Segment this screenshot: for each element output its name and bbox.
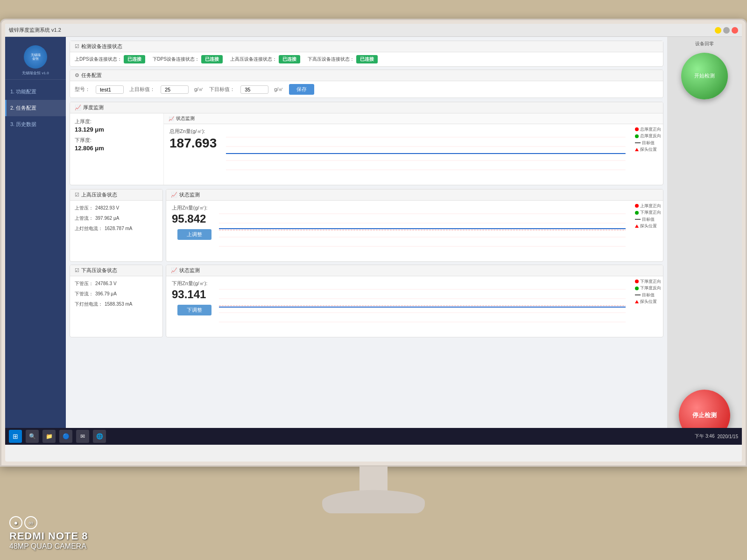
connection-header: ☑ 检测设备连接状态 <box>70 41 663 52</box>
upper-device-icon: ☑ <box>75 192 79 198</box>
lower-lamp-row: 下灯丝电流： 1588.353 mA <box>75 300 158 309</box>
conn-hv-upper: 上高压设备连接状态： 已连接 <box>230 55 300 63</box>
upper-chart: 上厚度正向 下厚度正向 目标值 探头位置 <box>217 201 663 261</box>
phone-brand: REDMI NOTE 8 <box>9 530 88 542</box>
logo-icon: 无锡瑞金恒 <box>24 45 47 69</box>
status-badge-dps-lower: 已连接 <box>201 55 223 63</box>
upper-target-input[interactable] <box>161 85 189 94</box>
logo-area: 无锡瑞金恒 无锡瑞金恒 v1.0 <box>5 42 66 80</box>
camera-circle-2: ∞ <box>24 516 37 529</box>
lower-chart: 下厚度正向 下厚度反向 目标值 探头位置 <box>217 276 663 337</box>
lower-device-status: ☑ 下高压设备状态 下管压： 24786.3 V 下管流： 3 <box>70 265 163 337</box>
minimize-btn[interactable] <box>715 27 721 34</box>
nav-item-1[interactable]: 1. 功能配置 <box>5 84 66 100</box>
app-content: 无锡瑞金恒 无锡瑞金恒 v1.0 1. 功能配置 2. 任务配置 3. 历史数据 <box>5 37 742 445</box>
app-taskbar-icon[interactable]: 🔵 <box>59 430 72 443</box>
lower-device-row: ☑ 下高压设备状态 下管压： 24786.3 V 下管流： 3 <box>70 265 663 337</box>
conn-dps-lower: 下DPS设备连接状态： 已连接 <box>153 55 223 63</box>
lower-voltage-row: 下管压： 24786.3 V <box>75 279 158 288</box>
upper-current-row: 上管流： 397.962 μA <box>75 214 158 223</box>
start-button[interactable]: 开始检测 <box>681 53 728 99</box>
lower-device-header: ☑ 下高压设备状态 <box>70 265 162 276</box>
thickness-chart-header: 📈 状态监测 <box>164 113 663 124</box>
upper-svg <box>219 204 626 256</box>
zn-total-display: 总用Zn量(g/㎡): 187.693 <box>164 124 222 154</box>
logo-text: 无锡瑞金恒 v1.0 <box>9 70 62 76</box>
status-badge-hv-upper: 已连接 <box>279 55 300 63</box>
close-btn[interactable] <box>732 27 738 34</box>
lower-chart-content: 下用Zn量(g/㎡): 93.141 下调整 <box>166 276 663 337</box>
phone-camera-spec: 48MP QUAD CAMERA <box>9 542 88 551</box>
device-label: 设备回零 <box>695 41 714 47</box>
upper-zn-display: 上用Zn量(g/㎡): 95.842 上调整 <box>166 201 217 245</box>
taskbar: ⊞ 🔍 📁 🔵 ✉ 🌐 下午 3:46 2020/1/15 <box>5 428 742 445</box>
nav-item-2[interactable]: 2. 任务配置 <box>5 100 66 116</box>
lower-chart-icon: 📈 <box>171 267 177 273</box>
right-panel: 设备回零 开始检测 停止检测 <box>667 37 742 445</box>
window-title: 镀锌厚度监测系统 v1.2 <box>9 27 61 34</box>
thickness-icon: 📈 <box>75 105 81 111</box>
thickness-chart-area: 📈 状态监测 总用Zn量(g/㎡): 187.693 <box>163 113 663 185</box>
taskbar-time: 下午 3:46 <box>695 433 714 440</box>
thickness-legend: 总厚度正向 总厚度反向 目标值 探头位置 <box>635 126 661 153</box>
connection-section: ☑ 检测设备连接状态 上DPS设备连接状态： 已连接 下DPS设备连接状态： 已… <box>70 41 663 67</box>
upper-adjust-btn[interactable]: 上调整 <box>177 229 211 240</box>
start-menu-btn[interactable]: ⊞ <box>9 430 22 443</box>
upper-chart-content: 上用Zn量(g/㎡): 95.842 上调整 <box>166 201 663 261</box>
thickness-readings: 上厚度: 13.129 μm 下厚度: 12.806 μm <box>70 113 163 185</box>
status-badge-hv-lower: 已连接 <box>356 55 378 63</box>
thickness-svg <box>226 128 626 179</box>
lower-device-content: 下管压： 24786.3 V 下管流： 396.79 μA 下灯丝电流： 158… <box>70 276 162 313</box>
taskbar-right: 下午 3:46 2020/1/15 <box>695 433 738 440</box>
upper-chart-icon: 📈 <box>171 192 177 198</box>
window-controls <box>715 27 738 34</box>
taskbar-date: 2020/1/15 <box>718 434 739 439</box>
connection-icon: ☑ <box>75 43 79 49</box>
monitor-frame: 镀锌厚度监测系统 v1.2 无锡瑞金恒 无锡瑞金恒 v1.0 <box>0 19 747 467</box>
conn-hv-lower: 下高压设备连接状态： 已连接 <box>308 55 378 63</box>
upper-device-row: ☑ 上高压设备状态 上管压： 24822.93 V 上管流： <box>70 189 663 262</box>
upper-legend: 上厚度正向 下厚度正向 目标值 探头位置 <box>635 203 661 230</box>
config-row: 型号： test1 上目标值： g/㎡ 下目标值： g/㎡ 保存 <box>70 81 663 98</box>
upper-voltage-row: 上管压： 24822.93 V <box>75 203 158 213</box>
monitor-screen: 镀锌厚度监测系统 v1.2 无锡瑞金恒 无锡瑞金恒 v1.0 <box>5 24 742 462</box>
lower-legend: 下厚度正向 下厚度反向 目标值 探头位置 <box>635 278 661 305</box>
upper-device-status: ☑ 上高压设备状态 上管压： 24822.93 V 上管流： <box>70 189 163 262</box>
lower-adjust-btn[interactable]: 下调整 <box>177 305 211 315</box>
file-explorer-icon[interactable]: 📁 <box>42 430 56 443</box>
mail-icon[interactable]: ✉ <box>76 430 89 443</box>
thickness-chart-content: 总用Zn量(g/㎡): 187.693 <box>164 124 663 185</box>
upper-device-header: ☑ 上高压设备状态 <box>70 189 162 201</box>
save-button[interactable]: 保存 <box>289 84 314 95</box>
thickness-header: 📈 厚度监测 <box>70 102 663 113</box>
chart-icon: 📈 <box>169 116 174 121</box>
sidebar: 无锡瑞金恒 无锡瑞金恒 v1.0 1. 功能配置 2. 任务配置 3. 历史数据 <box>5 37 66 445</box>
task-config-header: ⚙ 任务配置 <box>70 70 663 81</box>
title-bar: 镀锌厚度监测系统 v1.2 <box>5 24 742 37</box>
browser-icon[interactable]: 🌐 <box>93 430 106 443</box>
lower-current-row: 下管流： 396.79 μA <box>75 289 158 299</box>
thickness-section: 📈 厚度监测 上厚度: 13.129 μm 下厚度: 12.806 μm <box>70 102 663 185</box>
maximize-btn[interactable] <box>723 27 730 34</box>
monitor-stand-base <box>322 490 425 513</box>
connection-row: 上DPS设备连接状态： 已连接 下DPS设备连接状态： 已连接 上高压设备连接状… <box>70 52 663 66</box>
status-badge-dps-upper: 已连接 <box>124 55 145 63</box>
lower-chart-header: 📈 状态监测 <box>166 265 663 276</box>
search-taskbar-icon[interactable]: 🔍 <box>26 430 39 443</box>
config-id-value: test1 <box>96 85 124 94</box>
lower-target-input[interactable] <box>240 85 268 94</box>
conn-dps-upper: 上DPS设备连接状态： 已连接 <box>75 55 145 63</box>
upper-chart-header: 📈 状态监测 <box>166 189 663 201</box>
lower-svg <box>219 280 626 331</box>
upper-device-content: 上管压： 24822.93 V 上管流： 397.962 μA 上灯丝电流： 1… <box>70 201 162 237</box>
upper-lamp-row: 上灯丝电流： 1628.787 mA <box>75 224 158 233</box>
lower-chart-section: 📈 状态监测 下用Zn量(g/㎡): 93.141 下调整 <box>166 265 663 337</box>
main-content: ☑ 检测设备连接状态 上DPS设备连接状态： 已连接 下DPS设备连接状态： 已… <box>66 37 667 445</box>
nav-item-3[interactable]: 3. 历史数据 <box>5 116 66 133</box>
task-config-section: ⚙ 任务配置 型号： test1 上目标值： g/㎡ 下目标值： g/㎡ <box>70 70 663 98</box>
lower-zn-display: 下用Zn量(g/㎡): 93.141 下调整 <box>166 276 217 321</box>
phone-camera-icons: ● ∞ <box>9 516 88 529</box>
thickness-layout: 上厚度: 13.129 μm 下厚度: 12.806 μm 📈 状态监测 <box>70 113 663 185</box>
upper-chart-section: 📈 状态监测 上用Zn量(g/㎡): 95.842 上调整 <box>166 189 663 262</box>
phone-watermark: ● ∞ REDMI NOTE 8 48MP QUAD CAMERA <box>9 516 88 551</box>
